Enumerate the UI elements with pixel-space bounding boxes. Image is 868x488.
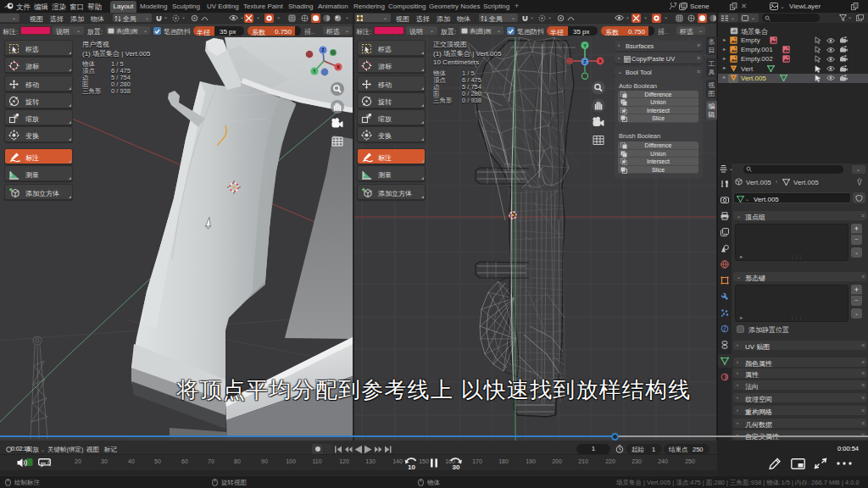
svg-text:Y: Y (583, 43, 587, 48)
svg-text:X: X (598, 58, 602, 64)
svg-text:10: 10 (408, 463, 415, 471)
svg-text:Z: Z (321, 47, 324, 53)
svg-text:30: 30 (453, 463, 460, 471)
